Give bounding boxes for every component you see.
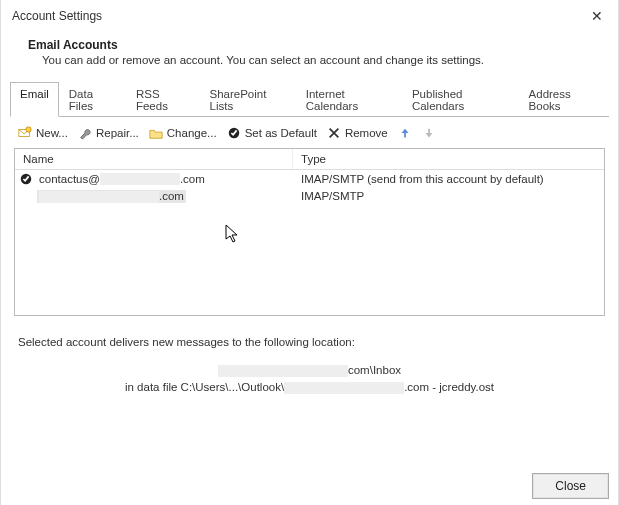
arrow-down-icon: [422, 126, 436, 140]
remove-button[interactable]: Remove: [323, 124, 392, 142]
remove-label: Remove: [345, 127, 388, 139]
redacted-text: [100, 173, 180, 185]
svg-point-1: [26, 127, 31, 132]
set-default-button[interactable]: Set as Default: [223, 124, 321, 142]
change-button[interactable]: Change...: [145, 124, 221, 142]
datafile-suffix: .com - jcreddy.ost: [404, 381, 494, 393]
datafile-prefix: in data file C:\Users\...\Outlook\: [125, 381, 284, 393]
move-down-button[interactable]: [418, 124, 440, 142]
remove-x-icon: [327, 126, 341, 140]
close-icon[interactable]: ✕: [585, 6, 609, 26]
account-name-prefix: contactus@: [39, 173, 100, 185]
tab-email[interactable]: Email: [10, 82, 59, 117]
tabs: Email Data Files RSS Feeds SharePoint Li…: [10, 81, 609, 117]
set-default-label: Set as Default: [245, 127, 317, 139]
tab-published-calendars[interactable]: Published Calendars: [402, 82, 519, 117]
tab-sharepoint-lists[interactable]: SharePoint Lists: [199, 82, 295, 117]
tab-internet-calendars[interactable]: Internet Calendars: [296, 82, 402, 117]
move-up-button[interactable]: [394, 124, 416, 142]
account-type: IMAP/SMTP (send from this account by def…: [293, 171, 604, 187]
toolbar: New... Repair... Change... Set as Defaul…: [0, 116, 619, 148]
redacted-text: [218, 365, 348, 377]
redacted-text: [39, 191, 159, 203]
redacted-text: [284, 382, 404, 394]
column-type[interactable]: Type: [293, 149, 604, 169]
new-button[interactable]: New...: [14, 124, 72, 142]
table-row[interactable]: .com IMAP/SMTP: [15, 188, 604, 205]
tab-address-books[interactable]: Address Books: [519, 82, 609, 117]
page-description: You can add or remove an account. You ca…: [28, 52, 597, 66]
table-row[interactable]: contactus@.com IMAP/SMTP (send from this…: [15, 170, 604, 188]
delivery-location-label: Selected account delivers new messages t…: [18, 334, 601, 350]
change-label: Change...: [167, 127, 217, 139]
repair-label: Repair...: [96, 127, 139, 139]
repair-button[interactable]: Repair...: [74, 124, 143, 142]
new-label: New...: [36, 127, 68, 139]
check-circle-icon: [227, 126, 241, 140]
folder-gear-icon: [149, 126, 163, 140]
tab-rss-feeds[interactable]: RSS Feeds: [126, 82, 200, 117]
delivery-folder-suffix: com\Inbox: [348, 364, 401, 376]
account-name-suffix: .com: [180, 173, 205, 185]
window-title: Account Settings: [12, 9, 102, 23]
wrench-icon: [78, 126, 92, 140]
account-name-suffix: .com: [159, 190, 184, 202]
default-check-icon: [19, 172, 33, 186]
account-type: IMAP/SMTP: [293, 188, 604, 204]
close-button[interactable]: Close: [532, 473, 609, 499]
arrow-up-icon: [398, 126, 412, 140]
account-list: Name Type contactus@.com IMAP/SMTP (send…: [14, 148, 605, 316]
envelope-new-icon: [18, 126, 32, 140]
page-title: Email Accounts: [28, 38, 597, 52]
column-name[interactable]: Name: [15, 149, 293, 169]
tab-data-files[interactable]: Data Files: [59, 82, 126, 117]
